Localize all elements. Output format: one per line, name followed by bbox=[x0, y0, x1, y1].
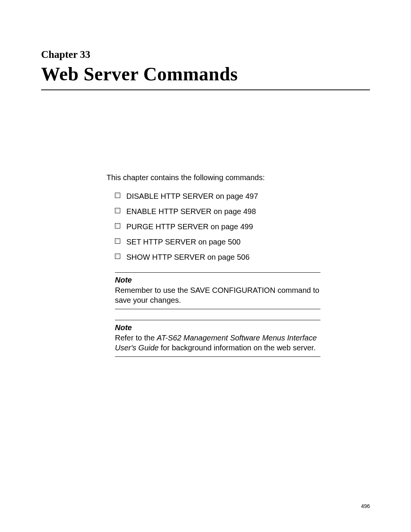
list-item: SET HTTP SERVER on page 500 bbox=[115, 238, 327, 246]
note-block: Note Refer to the AT-S62 Management Soft… bbox=[115, 320, 320, 357]
list-item: PURGE HTTP SERVER on page 499 bbox=[115, 222, 327, 231]
command-text: SHOW HTTP SERVER on page 506 bbox=[126, 253, 250, 261]
note-body: Refer to the AT-S62 Management Software … bbox=[115, 333, 320, 353]
command-list: DISABLE HTTP SERVER on page 497 ENABLE H… bbox=[115, 192, 327, 262]
checkbox-bullet-icon bbox=[115, 238, 120, 244]
command-text: ENABLE HTTP SERVER on page 498 bbox=[126, 207, 256, 216]
note-title: Note bbox=[115, 323, 320, 332]
page: Chapter 33 Web Server Commands This chap… bbox=[0, 0, 411, 532]
note-body-suffix: for background information on the web se… bbox=[159, 343, 315, 352]
checkbox-bullet-icon bbox=[115, 193, 120, 198]
list-item: DISABLE HTTP SERVER on page 497 bbox=[115, 192, 327, 201]
note-title: Note bbox=[115, 276, 320, 284]
checkbox-bullet-icon bbox=[115, 208, 120, 213]
note-body-prefix: Refer to the bbox=[115, 334, 157, 342]
chapter-title: Web Server Commands bbox=[41, 63, 370, 90]
command-text: DISABLE HTTP SERVER on page 497 bbox=[126, 192, 258, 200]
list-item: SHOW HTTP SERVER on page 506 bbox=[115, 253, 327, 262]
chapter-label: Chapter 33 bbox=[41, 49, 370, 61]
command-text: PURGE HTTP SERVER on page 499 bbox=[126, 222, 253, 231]
note-block: Note Remember to use the SAVE CONFIGURAT… bbox=[115, 272, 320, 309]
note-body: Remember to use the SAVE CONFIGURATION c… bbox=[115, 285, 320, 305]
page-number: 496 bbox=[361, 503, 370, 509]
command-text: SET HTTP SERVER on page 500 bbox=[126, 238, 241, 246]
checkbox-bullet-icon bbox=[115, 223, 120, 228]
list-item: ENABLE HTTP SERVER on page 498 bbox=[115, 207, 327, 216]
body-area: This chapter contains the following comm… bbox=[107, 173, 327, 357]
checkbox-bullet-icon bbox=[115, 254, 120, 259]
intro-text: This chapter contains the following comm… bbox=[107, 173, 327, 182]
